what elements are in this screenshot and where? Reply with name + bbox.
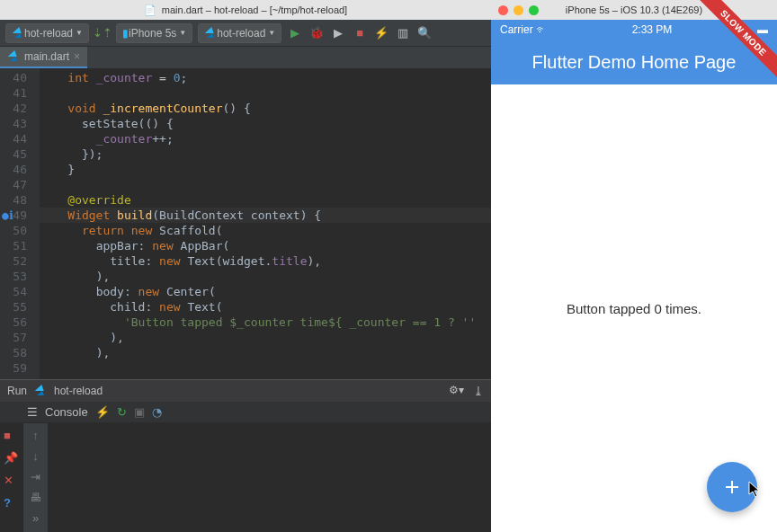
- down-icon[interactable]: ↓: [32, 449, 39, 463]
- body-text: Button tapped 0 times.: [567, 301, 701, 316]
- plus-icon: [721, 476, 743, 498]
- gear-icon[interactable]: ⚙︎▾: [449, 384, 464, 398]
- file-tab-main[interactable]: main.dart ×: [0, 47, 87, 68]
- debug-button[interactable]: 🐞: [308, 25, 325, 41]
- file-tab-label: main.dart: [24, 50, 69, 63]
- console-tab[interactable]: Console: [45, 405, 88, 419]
- stop-button[interactable]: ■: [352, 25, 368, 41]
- file-tab-row: main.dart ×: [0, 47, 491, 68]
- flutter-logo-icon: [12, 27, 24, 40]
- project-chip[interactable]: hot-reload ▼: [5, 23, 89, 43]
- run-tab-label: Run: [7, 385, 27, 397]
- wifi-icon: ᯤ: [536, 23, 547, 36]
- up-icon[interactable]: ↑: [32, 429, 39, 442]
- restart-icon[interactable]: ↻: [117, 405, 127, 419]
- print-icon[interactable]: 🖶: [30, 491, 41, 504]
- ide-title-icon: 📄: [144, 4, 156, 16]
- app-bar-title: Flutter Demo Home Page: [532, 52, 737, 73]
- console-toolbar: ↑ ↓ ⇥ 🖶 »: [23, 423, 49, 532]
- console-output: [49, 423, 491, 532]
- simulator-title-text: iPhone 5s – iOS 10.3 (14E269): [566, 4, 702, 15]
- ide-toolbar: hot-reload ▼ ⇣⇡ ▮ iPhone 5s ▼ hot-reload…: [0, 20, 491, 47]
- close-icon[interactable]: ×: [74, 50, 80, 63]
- flutter-logo-icon: [204, 27, 217, 40]
- chevron-down-icon: ▼: [268, 29, 275, 37]
- search-icon[interactable]: 🔍: [416, 25, 433, 41]
- hot-reload-button[interactable]: ⚡: [373, 25, 389, 41]
- timeline-icon[interactable]: ◔: [152, 405, 162, 419]
- phone-icon: ▮: [122, 27, 129, 40]
- ide-title-text: main.dart – hot-reload – [~/tmp/hot-relo…: [162, 4, 347, 15]
- run-panel-header: Run hot-reload ⚙︎▾ ⤓: [0, 380, 491, 402]
- battery-icon: ▬: [757, 23, 768, 36]
- console-body: ■ 📌 ✕ ? ↑ ↓ ⇥ 🖶 »: [0, 423, 491, 532]
- flutter-app-bar: Flutter Demo Home Page: [491, 40, 777, 84]
- clock-label: 2:33 PM: [632, 23, 673, 36]
- traffic-lights: [498, 5, 539, 15]
- line-gutter: 404142434445464748●ℹ49505152535455565758…: [0, 68, 40, 379]
- project-chip-label: hot-reload: [24, 27, 73, 40]
- coverage-button[interactable]: ▶: [330, 25, 346, 41]
- open-devtools-icon[interactable]: ▣: [134, 405, 145, 419]
- flutter-logo-icon: [34, 385, 47, 397]
- stop-icon[interactable]: ■: [4, 429, 20, 442]
- code-area[interactable]: int _counter = 0; void _incrementCounter…: [40, 68, 491, 379]
- expand-icon[interactable]: »: [32, 511, 39, 525]
- hot-reload-icon[interactable]: ⚡: [95, 405, 110, 419]
- chevron-down-icon: ▼: [76, 29, 83, 37]
- simulator-window: iPhone 5s – iOS 10.3 (14E269) Carrier ᯤ …: [491, 0, 777, 532]
- device-chip-label: iPhone 5s: [129, 27, 176, 40]
- dart-file-icon: [7, 50, 20, 63]
- code-editor[interactable]: 404142434445464748●ℹ49505152535455565758…: [0, 68, 491, 379]
- structure-icon[interactable]: ⇣⇡: [94, 25, 111, 41]
- run-config-label: hot-reload: [217, 27, 265, 40]
- device-chip[interactable]: ▮ iPhone 5s ▼: [116, 23, 192, 43]
- download-icon[interactable]: ⤓: [473, 384, 484, 398]
- run-panel: Run hot-reload ⚙︎▾ ⤓ ☰ Console ⚡ ↻ ▣ ◔ ■…: [0, 379, 491, 532]
- console-tab-row: ☰ Console ⚡ ↻ ▣ ◔: [0, 402, 491, 423]
- chevron-down-icon: ▼: [179, 29, 186, 37]
- run-side-icons: ■ 📌 ✕ ?: [0, 423, 23, 532]
- split-icon[interactable]: ▥: [395, 25, 411, 41]
- run-config-chip[interactable]: hot-reload ▼: [198, 23, 281, 43]
- help-icon[interactable]: ?: [4, 496, 20, 510]
- pin-icon[interactable]: 📌: [4, 451, 20, 465]
- run-button[interactable]: ▶: [287, 25, 303, 41]
- zoom-window-icon[interactable]: [529, 5, 539, 15]
- phone-screen: Carrier ᯤ 2:33 PM ▬ SLOW MODE Flutter De…: [491, 20, 777, 532]
- ide-title-bar: 📄 main.dart – hot-reload – [~/tmp/hot-re…: [0, 0, 491, 20]
- minimize-window-icon[interactable]: [514, 5, 523, 15]
- ide-window: 📄 main.dart – hot-reload – [~/tmp/hot-re…: [0, 0, 491, 532]
- close-window-icon[interactable]: [498, 5, 508, 15]
- carrier-label: Carrier ᯤ: [500, 23, 547, 36]
- mouse-cursor-icon: [748, 481, 763, 502]
- run-tab-config: hot-reload: [54, 385, 103, 397]
- threads-icon[interactable]: ☰: [27, 405, 38, 419]
- wrap-icon[interactable]: ⇥: [31, 470, 40, 483]
- close-icon[interactable]: ✕: [4, 474, 20, 487]
